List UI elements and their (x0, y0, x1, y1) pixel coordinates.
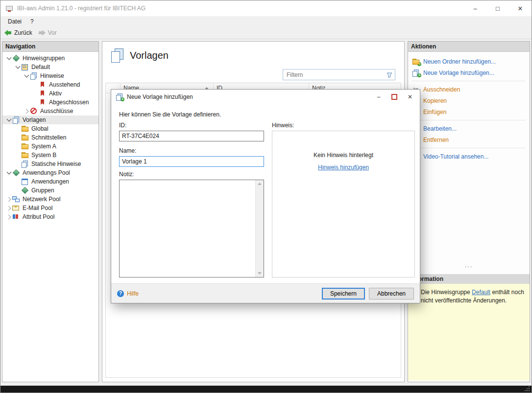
resize-grip[interactable] (525, 386, 530, 391)
dialog-close-button[interactable]: ✕ (402, 91, 418, 103)
tree-item-anwendungen[interactable]: Anwendungen (2, 177, 98, 186)
tree-item-abgeschlossen[interactable]: Abgeschlossen (2, 98, 98, 107)
id-field[interactable] (119, 131, 264, 141)
app-window: { "colors": { "accent_blue": "#2f6fbd", … (0, 0, 532, 393)
information-section: Information (408, 274, 530, 284)
action-label: Video-Tutorial ansehen... (423, 153, 488, 160)
forward-button[interactable]: Vor (38, 29, 57, 36)
tree-item-hinweisgruppen[interactable]: Hinweisgruppen (2, 54, 98, 63)
folder-icon (21, 152, 28, 159)
forbidden-icon (30, 108, 37, 115)
action-label: Einfügen (423, 109, 446, 116)
tree-item-netzwerk-pool[interactable]: Netzwerk Pool (2, 195, 98, 204)
tree-item-default[interactable]: Default (2, 63, 98, 71)
maximize-icon (391, 94, 397, 100)
tree-item-schnittstellen[interactable]: Schnittstellen (2, 133, 98, 142)
expander-icon[interactable] (5, 169, 12, 176)
tree-item-gruppen[interactable]: Gruppen (2, 186, 98, 195)
action-delete[interactable]: ✕ Entfernen (408, 134, 530, 145)
actions-list: + Neuen Ordner hinzufügen... + Neue Vorl… (408, 52, 530, 162)
new-folder-icon: + (412, 58, 420, 65)
tree-item-label: Aktiv (48, 90, 63, 97)
app-icon (5, 4, 13, 12)
tree-item-system-a[interactable]: System A (2, 142, 98, 151)
dialog-minimize-button[interactable]: – (371, 91, 387, 103)
tree-item-hinweise[interactable]: Hinweise (2, 71, 98, 80)
cancel-button[interactable]: Abbrechen (369, 288, 414, 300)
help-link[interactable]: ? Hilfe (117, 290, 139, 297)
filter-funnel-icon[interactable] (384, 71, 395, 78)
actions-separator (412, 148, 526, 148)
tree-item-label: Anwendungen (30, 178, 70, 185)
expander-icon[interactable] (5, 55, 12, 62)
scroll-down-icon[interactable] (258, 272, 262, 275)
actions-overflow-indicator[interactable]: ... (408, 262, 530, 269)
tree-item-anwendungs-pool[interactable]: Anwendungs Pool (2, 168, 98, 177)
info-default-link[interactable]: Default (472, 289, 490, 296)
forward-label: Vor (48, 29, 57, 36)
expander-icon[interactable] (5, 205, 12, 211)
tree-item-ausschluesse[interactable]: Ausschlüsse (2, 107, 98, 116)
applications-window-icon (21, 178, 28, 185)
action-label: Neuen Ordner hinzufügen... (423, 58, 496, 65)
action-edit[interactable]: ✎ Bearbeiten... (408, 123, 530, 134)
tree-item-system-b[interactable]: System B (2, 151, 98, 160)
menu-datei[interactable]: Datei (3, 17, 26, 26)
menu-help[interactable]: ? (26, 17, 38, 26)
name-field[interactable] (119, 156, 264, 167)
scroll-up-icon[interactable] (258, 183, 262, 185)
tree-item-label: System A (30, 143, 57, 150)
expander-icon[interactable] (23, 72, 30, 79)
expander-icon[interactable] (5, 213, 12, 220)
action-copy[interactable]: Kopieren (408, 95, 530, 106)
title-bar[interactable]: IBI-aws Admin 1.21.0 - registriert für I… (0, 0, 532, 16)
tree-item-statische-hinweise[interactable]: Statische Hinweise (2, 160, 98, 168)
information-message: Die Hinweisgruppe Default enthält noch n… (408, 284, 530, 380)
tree-item-global[interactable]: Global (2, 124, 98, 133)
tree-item-label: Statische Hinweise (30, 161, 82, 167)
action-new-template[interactable]: + Neue Vorlage hinzufügen... (408, 67, 530, 78)
maximize-button[interactable]: □ (486, 0, 509, 16)
expander-icon[interactable] (23, 108, 30, 115)
tree-item-vorlagen[interactable]: Vorlagen (2, 116, 98, 124)
note-scrollbar[interactable] (255, 180, 264, 277)
id-label: ID: (119, 122, 126, 129)
tree-item-label: Ausstehend (48, 81, 81, 88)
save-button[interactable]: Speichern (322, 288, 365, 300)
back-button[interactable]: Zurück (4, 29, 32, 36)
minimize-button[interactable]: – (464, 0, 486, 16)
tree-item-attribut-pool[interactable]: Attribut Pool (2, 212, 98, 221)
note-label: Notiz: (119, 171, 134, 178)
action-cut[interactable]: ✂ Ausschneiden (408, 84, 530, 95)
filter-input[interactable] (283, 71, 384, 78)
information-header: Information (408, 274, 530, 284)
note-field[interactable] (120, 180, 256, 277)
expander-icon[interactable] (14, 64, 21, 70)
action-video-tutorial[interactable]: Video-Tutorial ansehen... (408, 151, 530, 162)
tree-item-ausstehend[interactable]: Ausstehend (2, 80, 98, 89)
tree-item-aktiv[interactable]: Aktiv (2, 89, 98, 98)
help-icon: ? (117, 290, 124, 297)
tree-item-label: Hinweisgruppen (22, 55, 66, 62)
pool-icon (12, 169, 20, 176)
hinweis-preview-box: Kein Hinweis hinterlegt Hinweis hinzufüg… (272, 131, 415, 277)
action-label: Neue Vorlage hinzufügen... (423, 69, 494, 76)
dialog-title-bar[interactable]: + Neue Vorlage hinzufügen – ✕ (111, 90, 420, 104)
new-template-dialog: + Neue Vorlage hinzufügen – ✕ Hier könne… (111, 89, 420, 303)
tree-item-label: Global (30, 125, 49, 132)
help-label: Hilfe (127, 290, 139, 297)
close-button[interactable]: ✕ (509, 0, 532, 16)
folder-icon (21, 125, 28, 132)
action-paste[interactable]: Einfügen (408, 106, 530, 117)
notes-stack-icon (30, 72, 37, 79)
actions-separator (412, 120, 526, 120)
hinweis-add-link[interactable]: Hinweis hinzufügen (318, 164, 369, 171)
tree-item-email-pool[interactable]: E-Mail Pool (2, 204, 98, 212)
expander-icon[interactable] (5, 116, 12, 123)
action-new-folder[interactable]: + Neuen Ordner hinzufügen... (408, 56, 530, 67)
dialog-maximize-button[interactable] (387, 91, 402, 103)
expander-icon[interactable] (5, 196, 12, 203)
network-icon (12, 196, 20, 203)
tree-item-label: Ausschlüsse (39, 108, 74, 115)
action-label: Kopieren (423, 97, 447, 104)
